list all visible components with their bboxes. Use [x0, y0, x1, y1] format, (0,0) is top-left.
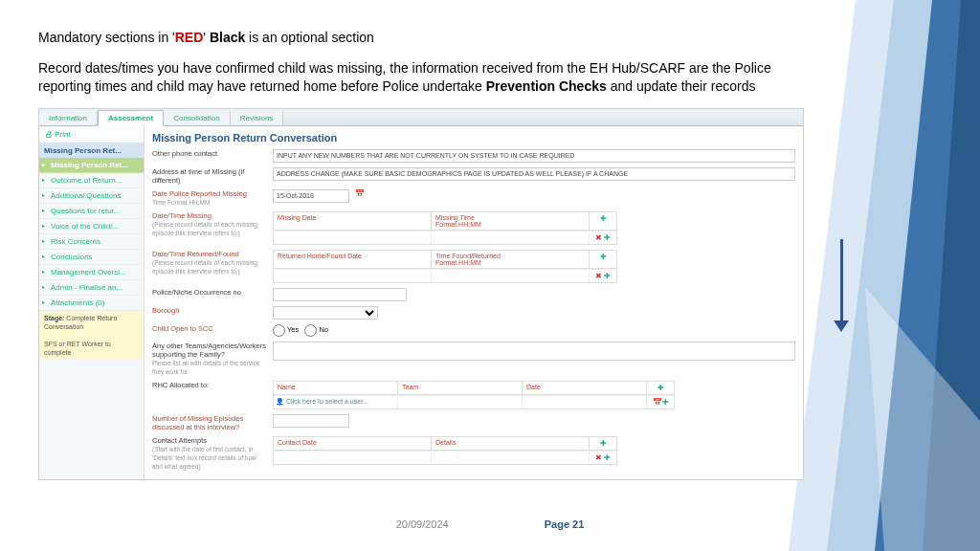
- sidebar-item-attachments[interactable]: Attachments (0): [39, 296, 144, 311]
- delete-icon[interactable]: ✖: [595, 272, 602, 280]
- address-input[interactable]: ADDRESS CHANGE (MAKE SURE BASIC DEMOGRAP…: [273, 167, 795, 181]
- occurrence-input[interactable]: [273, 288, 407, 301]
- no-radio[interactable]: No: [304, 325, 328, 334]
- down-arrow-icon: [832, 239, 851, 332]
- add-icon[interactable]: ✚: [657, 384, 664, 392]
- rhc-date-col: Date: [523, 382, 647, 394]
- add-icon[interactable]: ✚: [662, 398, 669, 407]
- tab-information[interactable]: Information: [39, 111, 98, 125]
- rhc-team-col: Team: [398, 382, 523, 394]
- add-icon[interactable]: ✚: [604, 233, 611, 242]
- tab-assessment[interactable]: Assessment: [98, 110, 164, 126]
- other-phone-input[interactable]: INPUT ANY NEW NUMBERS THAT ARE NOT CURRE…: [273, 149, 795, 163]
- contact-table: Contact Date Details ✚ ✖✚: [273, 436, 617, 465]
- sidebar-item-missing-person[interactable]: Missing Person Ret...: [39, 158, 144, 173]
- episodes-input[interactable]: [273, 414, 349, 428]
- add-icon[interactable]: ✚: [600, 253, 607, 261]
- other-teams-label: Any other Teams/Agencies/Workers support…: [152, 342, 267, 376]
- slide-footer: 20/09/2024 Page 21: [0, 518, 980, 530]
- add-icon[interactable]: ✚: [604, 453, 611, 462]
- found-label: Date/Time Returned/Found (Please record …: [152, 250, 267, 276]
- found-table: Returned Home/Found Date Time Found/Retu…: [273, 250, 617, 283]
- missing-time-col: Missing TimeFormat HH:MM: [432, 212, 590, 230]
- contact-details-col: Details: [432, 437, 590, 450]
- found-date-col: Returned Home/Found Date: [274, 251, 432, 268]
- missing-date-col: Missing Date: [274, 212, 432, 230]
- address-label: Address at time of Missing (if different…: [152, 167, 267, 185]
- tab-bar: Information Assessment Consolidation Rev…: [39, 109, 803, 126]
- missing-table: Missing Date Missing TimeFormat HH:MM ✚ …: [273, 211, 617, 245]
- sidebar-item-risk[interactable]: Risk Concerns: [39, 234, 144, 250]
- rhc-name-col: Name: [274, 382, 398, 394]
- delete-icon[interactable]: ✖: [595, 453, 602, 462]
- sidebar-header: Missing Person Ret...: [39, 143, 144, 158]
- app-screenshot: Information Assessment Consolidation Rev…: [38, 108, 804, 480]
- delete-icon[interactable]: ✖: [595, 233, 602, 242]
- sidebar-item-voice[interactable]: Voice of the Child/...: [39, 219, 144, 234]
- calendar-icon[interactable]: 📅: [653, 398, 662, 407]
- other-teams-input[interactable]: [273, 342, 795, 361]
- sidebar-item-conclusions[interactable]: Conclusions: [39, 250, 144, 265]
- footer-page: Page 21: [545, 518, 585, 530]
- rhc-label: RHC Allocated to:: [152, 381, 267, 389]
- calendar-icon[interactable]: 📅: [355, 189, 365, 198]
- occurrence-label: Police/Niche Occurrence no: [152, 288, 267, 297]
- police-date-input[interactable]: 15-Oct-2018: [273, 189, 349, 203]
- add-icon[interactable]: ✚: [600, 214, 607, 223]
- contact-date-col: Contact Date: [274, 437, 432, 450]
- borough-select[interactable]: [273, 306, 378, 320]
- stage-box: Stage: Complete Return Conversation SFS …: [39, 311, 144, 360]
- sidebar-item-admin[interactable]: Admin - Finalise an...: [39, 280, 144, 296]
- intro-text: Mandatory sections in 'RED' Black is an …: [38, 29, 804, 97]
- form-panel: Missing Person Return Conversation Other…: [145, 126, 803, 479]
- form-title: Missing Person Return Conversation: [152, 132, 795, 143]
- tab-consolidation[interactable]: Consolidation: [164, 111, 230, 125]
- episodes-label: Number of Missing Episodes discussed at …: [152, 414, 267, 431]
- rhc-user-picker[interactable]: 👤 Click here to select a user...: [274, 396, 398, 408]
- child-scc-label: Child Open to SCC: [152, 324, 267, 333]
- police-date-label: Date Police Reported Missing Time Format…: [152, 189, 267, 207]
- found-time-col: Time Found/ReturnedFormat HH:MM: [432, 251, 590, 268]
- yes-radio[interactable]: Yes: [273, 325, 299, 334]
- footer-date: 20/09/2024: [396, 518, 449, 530]
- tab-revisions[interactable]: Revisions: [231, 111, 284, 125]
- other-phone-label: Other phone contact: [152, 149, 267, 158]
- sidebar-item-outcome[interactable]: Outcome of Return...: [39, 173, 144, 188]
- sidebar-item-management[interactable]: Management Oversi...: [39, 265, 144, 280]
- sidebar-item-questions[interactable]: Questions for retur...: [39, 204, 144, 219]
- print-link[interactable]: 🖨 Print: [39, 126, 144, 143]
- sidebar-item-additional[interactable]: Additional Questions: [39, 188, 144, 204]
- background-decoration: [789, 0, 980, 551]
- missing-label: Date/Time Missing (Please record details…: [152, 211, 267, 237]
- add-icon[interactable]: ✚: [604, 272, 611, 280]
- contact-attempts-label: Contact Attempts (Start with the date of…: [152, 436, 267, 471]
- borough-label: Borough: [152, 306, 267, 315]
- add-icon[interactable]: ✚: [600, 439, 607, 448]
- sidebar: 🖨 Print Missing Person Ret... Missing Pe…: [39, 126, 145, 479]
- rhc-table: Name Team Date ✚ 👤 Click here to select …: [273, 381, 675, 409]
